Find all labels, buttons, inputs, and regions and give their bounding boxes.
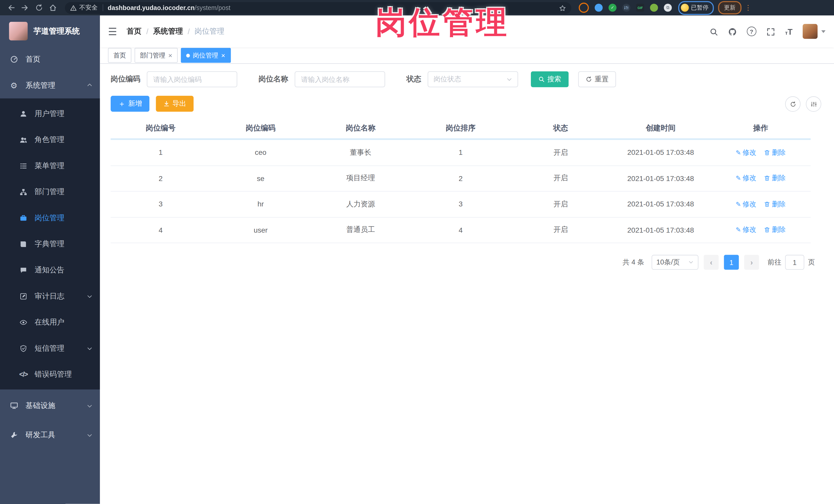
sidebar-item-posts[interactable]: 岗位管理	[0, 205, 100, 231]
search-button[interactable]: 搜索	[531, 71, 569, 87]
sidebar-item-menus[interactable]: 菜单管理	[0, 153, 100, 179]
edit-icon: ✎	[736, 201, 741, 207]
sidebar-item-departments[interactable]: 部门管理	[0, 179, 100, 205]
post-code-input[interactable]	[147, 71, 237, 87]
sidebar-item-notice[interactable]: 通知公告	[0, 257, 100, 283]
next-page-button[interactable]: ›	[744, 255, 759, 270]
extension-orange-icon[interactable]	[579, 3, 589, 13]
profile-emoji-avatar	[681, 4, 689, 12]
sidebar-item-system[interactable]: ⚙ 系统管理	[0, 72, 100, 98]
sidebar-collapse-icon[interactable]: ☰	[108, 26, 117, 37]
tab-home[interactable]: 首页	[108, 48, 131, 63]
cell-created: 2021-01-05 17:03:48	[611, 226, 711, 234]
prev-page-button[interactable]: ‹	[704, 255, 719, 270]
sidebar-item-label: 基础设施	[25, 401, 55, 410]
page-unit-label: 页	[808, 258, 815, 267]
column-settings-button[interactable]	[806, 96, 821, 112]
table-row: 2 se 项目经理 2 开启 2021-01-05 17:03:48 ✎修改 删…	[111, 166, 811, 192]
sidebar-item-label: 错误码管理	[35, 370, 72, 379]
delete-link[interactable]: 删除	[764, 174, 786, 183]
sidebar-item-roles[interactable]: 角色管理	[0, 127, 100, 153]
edit-link[interactable]: ✎修改	[736, 225, 756, 235]
post-name-input[interactable]	[295, 71, 385, 87]
page-size-select[interactable]: 10条/页	[652, 255, 698, 270]
sidebar-item-online-users[interactable]: 在线用户	[0, 309, 100, 335]
breadcrumb-system[interactable]: 系统管理	[153, 27, 183, 36]
security-chip[interactable]: 不安全	[70, 4, 98, 12]
delete-link[interactable]: 删除	[764, 199, 786, 209]
org-tree-icon	[19, 188, 28, 196]
cell-code: se	[211, 174, 311, 182]
sms-icon	[19, 344, 28, 352]
breadcrumb-home[interactable]: 首页	[127, 27, 141, 36]
extensions-puzzle-icon[interactable]: ⧉	[664, 4, 672, 12]
sidebar-submenu-system: 用户管理 角色管理 菜单管理 部门管理 岗位管理	[0, 98, 100, 389]
browser-menu-icon[interactable]: ⋮	[745, 4, 752, 11]
tab-label: 首页	[113, 51, 126, 60]
reset-button[interactable]: 重置	[578, 71, 616, 87]
browser-home-button[interactable]	[46, 1, 60, 15]
extension-green-icon[interactable]	[650, 4, 658, 12]
bookmark-star-icon[interactable]	[559, 3, 566, 12]
search-icon[interactable]	[709, 27, 718, 36]
export-button[interactable]: 导出	[156, 96, 194, 112]
trash-icon	[764, 175, 770, 181]
close-icon[interactable]: ✕	[221, 52, 225, 58]
table-row: 1 ceo 董事长 1 开启 2021-01-05 17:03:48 ✎修改 删…	[111, 140, 811, 166]
edit-link[interactable]: ✎修改	[736, 199, 756, 209]
extension-check-icon[interactable]: ✓	[609, 4, 617, 12]
monitor-icon	[9, 401, 18, 410]
sidebar-item-error-codes[interactable]: </> 错误码管理	[0, 361, 100, 388]
log-icon	[19, 292, 28, 300]
browser-back-button[interactable]	[4, 1, 18, 15]
sidebar-item-users[interactable]: 用户管理	[0, 101, 100, 127]
app-logo	[9, 22, 28, 40]
page-number-active[interactable]: 1	[724, 255, 739, 270]
goto-page-input[interactable]	[785, 255, 805, 270]
sidebar-item-home[interactable]: 首页	[0, 46, 100, 72]
edit-link[interactable]: ✎修改	[736, 174, 756, 183]
help-icon[interactable]: ?	[747, 27, 756, 36]
tab-posts[interactable]: 岗位管理 ✕	[181, 48, 231, 63]
chevron-down-icon	[87, 344, 93, 352]
caret-down-icon	[821, 30, 826, 32]
chevron-down-icon	[87, 401, 93, 410]
table-toolbar: ＋ 新增 导出	[111, 96, 824, 112]
delete-link[interactable]: 删除	[764, 225, 786, 235]
github-icon[interactable]	[728, 27, 737, 36]
sidebar-item-label: 通知公告	[35, 265, 64, 275]
sidebar-item-label: 角色管理	[35, 135, 64, 144]
sidebar-item-infrastructure[interactable]: 基础设施	[0, 393, 100, 419]
browser-profile-chip[interactable]: 已暂停	[678, 1, 714, 15]
sidebar-item-dict[interactable]: 字典管理	[0, 231, 100, 257]
sidebar-item-audit-log[interactable]: 审计日志	[0, 283, 100, 309]
fullscreen-icon[interactable]	[767, 27, 775, 36]
refresh-table-button[interactable]	[785, 96, 800, 112]
col-header: 岗位排序	[411, 124, 511, 133]
browser-reload-button[interactable]	[32, 1, 46, 15]
sidebar-item-label: 审计日志	[35, 291, 64, 301]
extension-sliders-icon[interactable]	[622, 4, 630, 12]
status-select[interactable]: 岗位状态	[427, 71, 518, 87]
sidebar-item-label: 字典管理	[35, 239, 64, 248]
user-menu[interactable]	[803, 24, 826, 39]
app-logo-row[interactable]: 芋道管理系统	[0, 16, 100, 46]
gear-icon: ⚙	[9, 81, 18, 90]
extension-gif-icon[interactable]: GIF	[636, 4, 644, 12]
browser-update-button[interactable]: 更新	[718, 1, 741, 14]
plus-icon: ＋	[118, 100, 126, 108]
close-icon[interactable]: ✕	[168, 52, 173, 58]
browser-forward-button[interactable]	[18, 1, 32, 15]
delete-link[interactable]: 删除	[764, 148, 786, 157]
tab-departments[interactable]: 部门管理 ✕	[134, 48, 178, 63]
font-size-icon[interactable]: тT	[785, 27, 792, 36]
edit-link[interactable]: ✎修改	[736, 148, 756, 157]
address-bar[interactable]: 不安全 dashboard.yudao.iocoder.cn/system/po…	[65, 2, 571, 14]
add-button[interactable]: ＋ 新增	[111, 96, 149, 112]
sidebar-item-sms[interactable]: 短信管理	[0, 335, 100, 361]
sidebar-item-dev-tools[interactable]: 研发工具	[0, 422, 100, 448]
cell-id: 1	[111, 149, 211, 157]
code-icon: </>	[19, 370, 28, 378]
extension-pin-icon[interactable]	[595, 4, 603, 12]
trash-icon	[764, 227, 770, 233]
